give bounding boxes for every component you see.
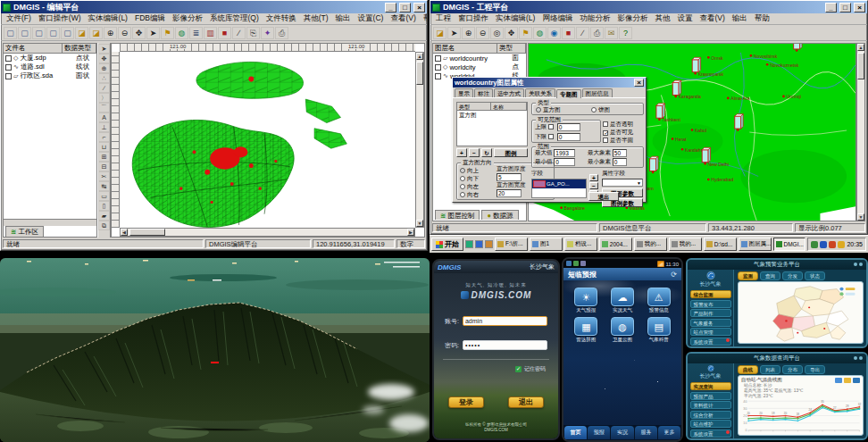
appB-menu-item-5[interactable]: 系统设置: [690, 429, 731, 438]
menu-item-11[interactable]: 帮助(H): [420, 13, 427, 24]
export-tool-icon[interactable]: [844, 378, 851, 383]
open-folder-icon[interactable]: ◪: [433, 27, 447, 39]
menu-item-9[interactable]: 输出: [729, 13, 751, 24]
task-button-2[interactable]: 档设...: [564, 238, 597, 251]
new-doc-icon[interactable]: ▢: [46, 27, 60, 39]
editor-map-canvas[interactable]: [120, 52, 415, 228]
open-folder-icon[interactable]: ◪: [89, 27, 103, 39]
rect-tool-icon[interactable]: ▭: [98, 191, 110, 201]
start-button[interactable]: 开始: [431, 238, 463, 251]
zoom-in-icon[interactable]: ⊕: [462, 27, 475, 39]
new-doc-icon[interactable]: ▢: [61, 27, 74, 39]
exit-button[interactable]: 退出: [588, 192, 619, 201]
account-input[interactable]: admin: [463, 316, 547, 326]
tray-icon[interactable]: [838, 241, 845, 248]
print-icon[interactable]: ⎙: [275, 27, 288, 39]
settings-tool-icon[interactable]: [853, 378, 860, 383]
add-theme-button[interactable]: +: [456, 148, 467, 157]
editor-titlebar[interactable]: DMGIS - 编辑平台 _ □ ×: [1, 1, 427, 13]
weather-app-0[interactable]: ☀天气预报: [569, 288, 604, 313]
menu-item-5[interactable]: 影像分析: [613, 13, 651, 24]
table-row[interactable]: ◇大厦.sdp点状: [4, 54, 96, 63]
appA-tab-0[interactable]: 监测: [738, 271, 758, 280]
radio-pie[interactable]: 饼图: [591, 106, 610, 114]
menu-item-1[interactable]: 窗口操作: [455, 13, 492, 24]
appB-tab-0[interactable]: 曲线: [738, 365, 758, 374]
task-button-6[interactable]: D:\sd...: [704, 238, 737, 251]
menu-item-0[interactable]: 文件(F): [3, 13, 35, 24]
task-button-0[interactable]: F:\所...: [495, 238, 528, 251]
cut-tool-icon[interactable]: ✂: [98, 171, 110, 181]
minimize-button[interactable]: _: [825, 3, 837, 13]
copy-tool-icon[interactable]: ⧉: [98, 221, 110, 230]
menu-item-10[interactable]: 帮助: [751, 13, 773, 24]
flag-icon[interactable]: ⚑: [161, 27, 174, 39]
maximize-button[interactable]: □: [839, 3, 851, 13]
col-datatype[interactable]: 数据类型: [63, 44, 96, 53]
slash-icon[interactable]: ∕: [576, 27, 589, 39]
selected-field[interactable]: GA_PO...: [547, 181, 570, 187]
appB-tab-2[interactable]: 分布: [782, 365, 803, 374]
weather-app-4[interactable]: ◍卫星云图: [605, 317, 640, 343]
node-tool-icon[interactable]: ∴: [98, 73, 110, 83]
panel-tab-1[interactable]: ● 数据源: [481, 210, 518, 220]
grid2-tool-icon[interactable]: ⊟: [98, 162, 110, 171]
province-map-panel[interactable]: [738, 281, 864, 344]
menu-item-10[interactable]: 查看(V): [387, 13, 419, 24]
appA-menu-item-3[interactable]: 气象服务: [690, 319, 731, 327]
task-button-3[interactable]: 2004...: [599, 238, 632, 251]
field-add-button[interactable]: +: [589, 174, 598, 181]
arc-tool-icon[interactable]: ⌒: [98, 103, 110, 113]
field-listbox[interactable]: GA_PO...: [531, 179, 587, 198]
maximize-button[interactable]: □: [399, 3, 411, 13]
remember-row[interactable]: ✓ 记住密码: [447, 365, 546, 373]
col-layername[interactable]: 图层名: [433, 44, 497, 53]
zoom-in-icon[interactable]: ⊕: [104, 27, 117, 39]
direction-radio-2[interactable]: 向左: [460, 182, 479, 190]
tray-icon[interactable]: [811, 241, 818, 248]
task-button-5[interactable]: 我的...: [669, 238, 702, 251]
tray-icon[interactable]: [820, 241, 827, 248]
task-button-7[interactable]: 图层属...: [739, 238, 772, 251]
lower-limit[interactable]: 下限 0: [535, 133, 580, 141]
theme-type-list[interactable]: 类型 名称 直方图: [456, 102, 528, 146]
minimize-button[interactable]: [854, 263, 857, 266]
new-doc-icon[interactable]: ▢: [32, 27, 46, 39]
close-button[interactable]: [859, 263, 863, 266]
table-row[interactable]: ∿道路.sdl线状: [4, 63, 96, 71]
menu-item-1[interactable]: 窗口操作(W): [35, 13, 85, 24]
direction-radio-1[interactable]: 向下: [460, 174, 479, 182]
min-pixel[interactable]: 最小象素 0: [588, 158, 627, 166]
max-pixel[interactable]: 最大象素 50: [588, 149, 627, 157]
terrain-3d-view[interactable]: [0, 258, 430, 442]
panel-hscroll[interactable]: [4, 219, 96, 226]
perp-tool-icon[interactable]: ⊥: [98, 122, 110, 132]
layers-icon[interactable]: ≣: [189, 27, 203, 39]
table-row[interactable]: ▱行政区.sda面状: [4, 71, 96, 80]
weather-tab-3[interactable]: 服务: [635, 426, 657, 439]
appA-menu-item-2[interactable]: 产品制作: [690, 309, 731, 317]
open-folder-icon[interactable]: ◪: [75, 27, 88, 39]
appA-tab-3[interactable]: 状态: [805, 271, 825, 280]
menu-item-9[interactable]: 设置(C): [355, 13, 388, 24]
width-input[interactable]: 20: [497, 189, 522, 197]
dialog-tab-4[interactable]: 专题图: [556, 89, 581, 98]
task-button-8[interactable]: DMGI...: [773, 238, 806, 251]
row-checkbox[interactable]: [5, 73, 12, 79]
appA-menu-item-4[interactable]: 站点管理: [690, 328, 731, 336]
menu-item-3[interactable]: 网络编辑: [538, 13, 576, 24]
map-marker[interactable]: [211, 362, 219, 363]
zoom-fit-icon[interactable]: ◎: [490, 27, 504, 39]
dialog-tab-3[interactable]: 关联关系: [525, 88, 555, 97]
zoom-out-icon[interactable]: ⊖: [118, 27, 131, 39]
field-remove-button[interactable]: −: [589, 182, 598, 189]
weather-tab-4[interactable]: 更多: [658, 426, 680, 439]
appA-menu-item-1[interactable]: 预警发布: [690, 300, 731, 308]
world-icon[interactable]: ◍: [175, 27, 188, 39]
min-value[interactable]: 最小值 0: [535, 158, 575, 166]
appA-menu-item-5[interactable]: 系统设置: [690, 338, 731, 346]
menu-item-4[interactable]: 影像分析: [169, 13, 206, 24]
appB-tab-1[interactable]: 列表: [760, 365, 780, 374]
menu-item-3[interactable]: FDB编辑: [131, 13, 169, 24]
menu-item-0[interactable]: 工程: [432, 13, 455, 24]
